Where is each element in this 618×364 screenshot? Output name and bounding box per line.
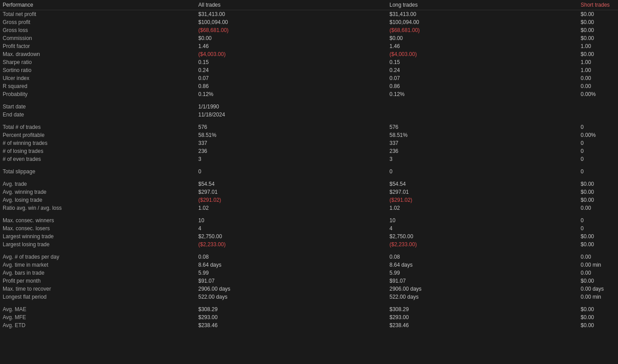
row-long-value: $54.54 [387,180,578,188]
row-long-value [387,111,578,119]
row-all-value: 1.02 [196,204,387,212]
table-row: # of winning trades3373370 [0,139,618,147]
row-short-value: 0 [578,123,618,131]
row-label: Avg. # of trades per day [0,253,196,261]
row-label: Percent profitable [0,131,196,139]
row-short-value [578,111,618,119]
table-row: Commission$0.00$0.00$0.00 [0,34,618,42]
row-all-value: 0.15 [196,58,387,66]
row-short-value: $0.00 [578,321,618,329]
row-long-value: 0.08 [387,253,578,261]
row-long-value: 0.15 [387,58,578,66]
row-label: Avg. MFE [0,313,196,321]
col-header-all-trades: All trades [196,0,387,10]
row-label: Avg. losing trade [0,196,196,204]
row-all-value: ($2,233.00) [196,240,387,248]
row-all-value: $308.29 [196,305,387,313]
row-label: Ulcer index [0,74,196,82]
row-short-value: 0.00 [578,204,618,212]
table-row: Largest losing trade($2,233.00)($2,233.0… [0,240,618,248]
table-row: Avg. MAE$308.29$308.29$0.00 [0,305,618,313]
table-header-row: Performance All trades Long trades Short… [0,0,618,10]
table-row: Ratio avg. win / avg. loss1.021.020.00 [0,204,618,212]
table-row: End date11/18/2024 [0,111,618,119]
row-short-value: 0 [578,224,618,232]
row-label: Sharpe ratio [0,58,196,66]
row-label: # of winning trades [0,139,196,147]
row-all-value: 0.24 [196,66,387,74]
row-all-value: $31,413.00 [196,10,387,19]
table-row: Largest winning trade$2,750.00$2,750.00$… [0,232,618,240]
row-all-value: 0.08 [196,253,387,261]
spacer-row [0,163,618,168]
row-short-value: 0 [578,155,618,163]
row-short-value: $0.00 [578,232,618,240]
table-row: Avg. losing trade($291.02)($291.02)$0.00 [0,196,618,204]
row-long-value: 1.02 [387,204,578,212]
row-long-value: 5.99 [387,269,578,277]
row-long-value: ($291.02) [387,196,578,204]
table-row: Avg. time in market8.64 days8.64 days0.0… [0,261,618,269]
row-long-value: 8.64 days [387,261,578,269]
row-long-value: $238.46 [387,321,578,329]
row-label: Avg. trade [0,180,196,188]
table-row: Total net profit$31,413.00$31,413.00$0.0… [0,10,618,19]
row-short-value: 0 [578,216,618,224]
row-all-value: 1.46 [196,42,387,50]
table-row: Avg. bars in trade5.995.990.00 [0,269,618,277]
table-row: Ulcer index0.070.070.00 [0,74,618,82]
row-label: Gross profit [0,18,196,26]
row-short-value: 0.00 [578,74,618,82]
row-all-value: $238.46 [196,321,387,329]
performance-table-container: Performance All trades Long trades Short… [0,0,618,329]
row-label: Max. consec. losers [0,224,196,232]
row-label: Largest winning trade [0,232,196,240]
table-row: Avg. trade$54.54$54.54$0.00 [0,180,618,188]
row-long-value: ($4,003.00) [387,50,578,58]
row-all-value: 576 [196,123,387,131]
row-long-value: $293.00 [387,313,578,321]
row-short-value: $0.00 [578,196,618,204]
row-long-value [387,103,578,111]
row-short-value: 0 [578,147,618,155]
row-short-value: $0.00 [578,26,618,34]
row-label: Max. time to recover [0,285,196,293]
row-all-value: 337 [196,139,387,147]
row-label: Profit per month [0,277,196,285]
row-short-value: $0.00 [578,180,618,188]
row-all-value: 4 [196,224,387,232]
row-long-value: 337 [387,139,578,147]
row-short-value: 0.00 min [578,261,618,269]
table-row: Start date1/1/1990 [0,103,618,111]
row-long-value: 2906.00 days [387,285,578,293]
table-row: Avg. # of trades per day0.080.080.00 [0,253,618,261]
row-label: Max. drawdown [0,50,196,58]
row-long-value: $91.07 [387,277,578,285]
col-header-long-trades: Long trades [387,0,578,10]
row-label: Total net profit [0,10,196,19]
row-all-value: $100,094.00 [196,18,387,26]
row-all-value: $91.07 [196,277,387,285]
table-row: Longest flat period522.00 days522.00 day… [0,293,618,301]
row-all-value: $293.00 [196,313,387,321]
row-short-value: $0.00 [578,277,618,285]
row-short-value: 1.00 [578,42,618,50]
row-long-value: 4 [387,224,578,232]
row-label: # of losing trades [0,147,196,155]
table-row: Avg. MFE$293.00$293.00$0.00 [0,313,618,321]
row-long-value: ($2,233.00) [387,240,578,248]
row-long-value: $0.00 [387,34,578,42]
row-label: Max. consec. winners [0,216,196,224]
row-all-value: ($291.02) [196,196,387,204]
row-label: Gross loss [0,26,196,34]
row-long-value: $31,413.00 [387,10,578,19]
row-short-value [578,103,618,111]
row-label: Total slippage [0,168,196,176]
table-row: Avg. winning trade$297.01$297.01$0.00 [0,188,618,196]
row-long-value: 0.07 [387,74,578,82]
spacer-row [0,176,618,180]
col-header-short-trades: Short trades [578,0,618,10]
row-short-value: $0.00 [578,188,618,196]
spacer-row [0,212,618,216]
table-row: Max. drawdown($4,003.00)($4,003.00)$0.00 [0,50,618,58]
